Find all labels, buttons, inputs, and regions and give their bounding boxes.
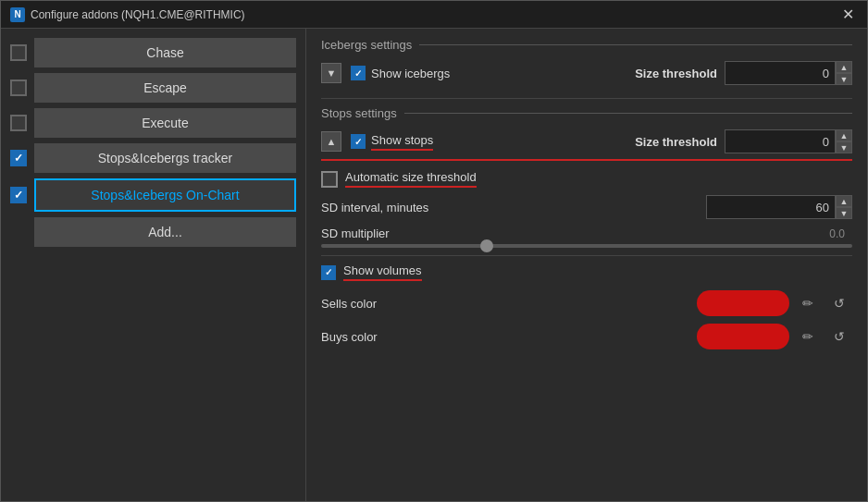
stops-section: Stops settings ▲ Show stops Size thresho… — [321, 106, 852, 161]
show-icebergs-checkbox[interactable] — [351, 66, 366, 80]
sells-edit-icon[interactable]: ✏ — [795, 290, 821, 316]
main-content: Chase Escape Execute Stops&Icebergs trac… — [1, 29, 867, 501]
icebergs-size-threshold-label: Size threshold — [635, 67, 717, 80]
auto-threshold-checkbox[interactable] — [321, 171, 338, 188]
icebergs-section: Icebergs settings ▼ Show icebergs Size t… — [321, 38, 852, 89]
stops-spin-down[interactable]: ▼ — [836, 141, 852, 153]
sidebar-item-stops-icebergs-onchart: Stops&Icebergs On-Chart — [10, 178, 296, 212]
sells-color-label: Sells color — [321, 297, 697, 311]
stops-size-threshold-input[interactable] — [725, 129, 836, 153]
show-volumes-checkbox[interactable] — [321, 265, 336, 280]
sells-color-row: Sells color ✏ ↺ — [321, 290, 852, 316]
sd-interval-spin-buttons: ▲ ▼ — [836, 195, 852, 219]
buys-color-label: Buys color — [321, 330, 697, 344]
right-panel: Icebergs settings ▼ Show icebergs Size t… — [306, 29, 867, 501]
divider-1 — [321, 98, 852, 99]
window-title: Configure addons (NQH1.CME@RITHMIC) — [31, 8, 245, 21]
stops-size-threshold-label: Size threshold — [635, 135, 717, 149]
stops-icebergs-onchart-checkbox[interactable] — [10, 187, 27, 203]
stops-section-line — [404, 113, 852, 114]
sd-multiplier-track — [321, 244, 852, 248]
sd-multiplier-row: SD multiplier 0.0 — [321, 227, 852, 248]
sells-reset-icon[interactable]: ↺ — [826, 290, 852, 316]
sidebar-item-execute: Execute — [10, 108, 296, 138]
stops-size-threshold-group: Size threshold ▲ ▼ — [635, 129, 852, 153]
sells-color-swatch[interactable] — [697, 290, 789, 316]
stops-collapse-button[interactable]: ▲ — [321, 131, 341, 152]
stops-number-input-group: ▲ ▼ — [725, 129, 852, 153]
show-volumes-label: Show volumes — [343, 263, 422, 281]
execute-checkbox[interactable] — [10, 115, 27, 131]
sd-interval-input-group: ▲ ▼ — [706, 195, 852, 219]
auto-threshold-label: Automatic size threshold — [345, 170, 477, 188]
sd-interval-input[interactable] — [706, 195, 836, 219]
buys-color-swatch[interactable] — [697, 324, 789, 349]
sidebar-item-stops-icebergs-tracker: Stops&Icebergs tracker — [10, 143, 296, 173]
sd-interval-row: SD interval, minutes ▲ ▼ — [321, 195, 852, 219]
app-icon: N — [10, 7, 25, 22]
icebergs-body-row: ▼ Show icebergs Size threshold ▲ ▼ — [321, 57, 852, 89]
sd-interval-label: SD interval, minutes — [321, 201, 706, 214]
sd-multiplier-thumb[interactable] — [480, 239, 493, 252]
icebergs-section-line — [419, 44, 852, 45]
icebergs-number-input-group: ▲ ▼ — [725, 61, 852, 85]
stops-icebergs-tracker-checkbox[interactable] — [10, 150, 27, 166]
sd-interval-spin-down[interactable]: ▼ — [836, 207, 852, 219]
icebergs-size-threshold-group: Size threshold ▲ ▼ — [635, 61, 852, 85]
stops-red-underline — [321, 159, 852, 161]
stops-icebergs-tracker-button[interactable]: Stops&Icebergs tracker — [34, 143, 296, 173]
icebergs-size-threshold-input[interactable] — [725, 61, 836, 85]
stops-spin-up[interactable]: ▲ — [836, 129, 852, 141]
execute-button[interactable]: Execute — [34, 108, 296, 138]
stops-section-title: Stops settings — [321, 106, 404, 120]
icebergs-spin-down[interactable]: ▼ — [836, 73, 852, 85]
chase-button[interactable]: Chase — [34, 38, 296, 67]
show-stops-check[interactable]: Show stops — [351, 133, 433, 151]
sd-multiplier-label: SD multiplier — [321, 227, 789, 240]
escape-button[interactable]: Escape — [34, 73, 296, 103]
sd-multiplier-value: 0.0 — [789, 227, 845, 240]
stops-spin-buttons: ▲ ▼ — [836, 129, 852, 153]
escape-checkbox[interactable] — [10, 80, 27, 96]
icebergs-section-title: Icebergs settings — [321, 38, 419, 52]
icebergs-spin-buttons: ▲ ▼ — [836, 61, 852, 85]
close-button[interactable]: ✕ — [838, 7, 858, 22]
main-window: N Configure addons (NQH1.CME@RITHMIC) ✕ … — [0, 0, 868, 502]
sidebar-item-escape: Escape — [10, 73, 296, 103]
sidebar-item-chase: Chase — [10, 38, 296, 67]
show-icebergs-check[interactable]: Show icebergs — [351, 66, 450, 80]
chase-checkbox[interactable] — [10, 44, 27, 61]
show-stops-checkbox[interactable] — [351, 134, 366, 149]
buys-reset-icon[interactable]: ↺ — [826, 324, 852, 349]
title-bar: N Configure addons (NQH1.CME@RITHMIC) ✕ — [1, 1, 867, 29]
sd-interval-spin-up[interactable]: ▲ — [836, 195, 852, 207]
stops-body-row: ▲ Show stops Size threshold ▲ ▼ — [321, 126, 852, 157]
show-icebergs-label: Show icebergs — [371, 67, 450, 80]
stops-icebergs-onchart-button[interactable]: Stops&Icebergs On-Chart — [34, 178, 296, 212]
buys-color-row: Buys color ✏ ↺ — [321, 324, 852, 349]
title-bar-left: N Configure addons (NQH1.CME@RITHMIC) — [10, 7, 245, 22]
show-volumes-row: Show volumes — [321, 263, 852, 281]
add-button[interactable]: Add... — [34, 217, 296, 247]
icebergs-collapse-button[interactable]: ▼ — [321, 63, 341, 83]
divider-2 — [321, 255, 852, 256]
sidebar: Chase Escape Execute Stops&Icebergs trac… — [1, 29, 306, 501]
icebergs-spin-up[interactable]: ▲ — [836, 61, 852, 73]
buys-edit-icon[interactable]: ✏ — [795, 324, 821, 349]
auto-threshold-row: Automatic size threshold — [321, 170, 852, 188]
show-stops-label: Show stops — [371, 133, 433, 151]
